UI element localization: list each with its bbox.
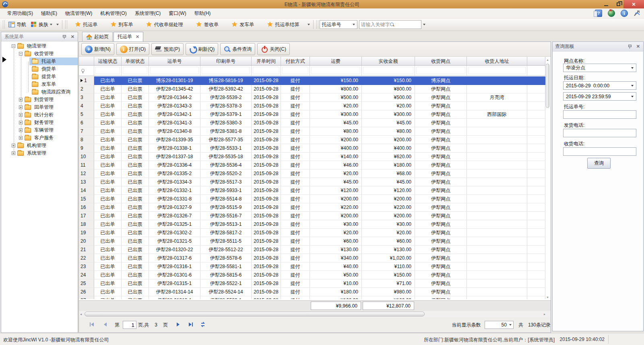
menu-item[interactable]: 帮助(H) — [190, 9, 215, 18]
table-row[interactable]: 19已出单已出票伊犁28-01302-2伊犁28-5817-22015-09-2… — [79, 229, 551, 237]
tree-item[interactable]: +财务管理 — [1, 119, 78, 126]
query-panel-close-icon[interactable]: ✕ — [636, 44, 640, 49]
table-row[interactable]: 4已出单已出票伊犁28-01343-3伊犁28-5378-32015-09-28… — [79, 102, 551, 110]
tab-close-icon[interactable]: ✕ — [136, 34, 139, 39]
expand-icon[interactable]: + — [19, 105, 23, 109]
tab-waybill[interactable]: 托运单 ✕ — [114, 32, 143, 41]
expand-icon[interactable]: + — [19, 98, 23, 101]
scroll-down-icon[interactable]: ▼ — [546, 295, 549, 300]
filter-cell[interactable] — [149, 66, 200, 76]
help-book-icon[interactable]: ? — [595, 10, 602, 17]
column-header[interactable]: 开单时间 — [252, 57, 281, 66]
table-row[interactable]: 25已出单已出票伊犁28-01315-1伊犁28-5522-12015-09-2… — [79, 279, 551, 288]
filter-editor[interactable] — [150, 67, 199, 74]
expand-icon[interactable]: + — [19, 113, 23, 117]
favorite-button[interactable]: ★托运单结算 — [260, 20, 305, 29]
table-row[interactable]: 23已出单已出票伊犁28-01316-1伊犁28-5581-12015-09-2… — [79, 262, 551, 271]
menu-item[interactable]: 辅助(E) — [37, 9, 61, 18]
table-row[interactable]: 12已出单已出票伊犁28-01335-2伊犁28-5520-22015-09-2… — [79, 169, 551, 178]
tree-item[interactable]: −物流管理 — [1, 42, 78, 50]
page-input[interactable] — [123, 321, 136, 329]
sender-phone-input[interactable] — [563, 129, 636, 137]
menu-item[interactable]: 物流管理(W) — [61, 9, 96, 18]
favorites-overflow-button[interactable] — [306, 20, 312, 29]
filter-cell[interactable] — [252, 66, 281, 76]
expand-icon[interactable]: + — [19, 128, 23, 132]
tree-item[interactable]: +回单管理 — [1, 103, 78, 111]
table-row[interactable]: 2已出单已出票伊犁28-01345-42伊犁28-5392-422015-09-… — [79, 85, 551, 93]
globe-icon[interactable] — [608, 10, 615, 17]
expand-icon[interactable]: + — [19, 136, 23, 140]
favorite-button[interactable]: ★发车单 — [225, 20, 260, 29]
table-row[interactable]: 3已出单已出票伊犁28-01344-2伊犁28-5539-22015-09-28… — [79, 93, 551, 102]
skin-button[interactable]: 换肤 — [29, 20, 55, 29]
date-to-select[interactable]: 2015-09-29 23:59:59 — [563, 92, 636, 101]
table-row[interactable]: 7已出单已出票伊犁28-01340-8伊犁28-5381-82015-09-28… — [79, 127, 551, 136]
table-row[interactable]: 22已出单已出票伊犁28-01317-6伊犁28-5578-62015-09-2… — [79, 254, 551, 262]
menu-item[interactable]: 窗口(W) — [165, 9, 190, 18]
table-row[interactable]: 11已出单已出票伊犁28-01336-4伊犁28-5536-42015-09-2… — [79, 161, 551, 169]
filter-editor[interactable] — [311, 67, 360, 74]
tree-item[interactable]: 提货单 — [1, 73, 78, 81]
vertical-scrollbar[interactable]: ▲ ▼ — [545, 58, 550, 300]
grid-filter-row[interactable] — [79, 66, 551, 76]
toolbar-grip3[interactable] — [316, 21, 318, 29]
filter-editor[interactable] — [253, 67, 279, 74]
scroll-up-icon[interactable]: ▲ — [546, 58, 549, 62]
prev-page-button[interactable] — [101, 322, 109, 328]
table-row[interactable]: 18已出单已出票伊犁28-01325-1伊犁28-5513-12015-09-2… — [79, 220, 551, 229]
tab-start-page[interactable]: 起始页 — [82, 32, 113, 41]
search-overflow-button[interactable] — [421, 20, 427, 29]
column-header[interactable]: 印刷单号 — [200, 57, 252, 66]
filter-cell[interactable] — [200, 66, 252, 76]
filter-editor[interactable] — [416, 67, 465, 74]
table-row[interactable]: 16已出单已出票伊犁28-01327-9伊犁28-5515-92015-09-2… — [79, 203, 551, 212]
scroll-right-icon[interactable]: ▸ — [544, 313, 547, 316]
table-row[interactable]: 24已出单已出票伊犁28-01301-6伊犁28-5815-62015-09-2… — [79, 271, 551, 279]
filter-editor[interactable] — [363, 67, 413, 74]
minimize-button[interactable] — [601, 0, 611, 8]
table-row[interactable]: 17已出单已出票伊犁28-01326-7伊犁28-5516-72015-09-2… — [79, 212, 551, 220]
filter-editor[interactable] — [123, 67, 147, 74]
new-button[interactable]: +新增(N) — [81, 43, 114, 55]
refresh-button[interactable]: 刷新(Q) — [186, 43, 218, 55]
waybill-input[interactable] — [563, 110, 636, 119]
filter-editor[interactable] — [468, 67, 526, 74]
filter-cell[interactable] — [94, 66, 122, 76]
column-header[interactable]: 运费 — [310, 57, 362, 66]
column-header[interactable]: 付款方式 — [281, 57, 310, 66]
tree-item[interactable]: +到货管理 — [1, 96, 78, 103]
wizard-icon[interactable] — [634, 10, 641, 17]
tree-item[interactable]: +机构管理 — [1, 142, 78, 149]
table-row[interactable]: 20已出单已出票伊犁28-01321-5伊犁28-5511-52015-09-2… — [79, 237, 551, 246]
receiver-phone-input[interactable] — [563, 147, 636, 156]
nav-button[interactable]: 导航 — [6, 20, 29, 29]
tree-item[interactable]: +系统管理 — [1, 149, 78, 157]
pin-icon[interactable] — [628, 44, 632, 49]
horizontal-scroll-thumb[interactable] — [85, 312, 425, 316]
info-icon[interactable]: i — [621, 10, 628, 17]
pager-refresh-icon[interactable] — [199, 322, 207, 328]
favorite-button[interactable]: ★到车单 — [104, 20, 139, 29]
favorite-button[interactable]: ★托运单 — [68, 20, 104, 29]
tree-item[interactable]: +车辆管理 — [1, 126, 78, 134]
expand-icon[interactable]: + — [19, 121, 23, 124]
filter-editor[interactable] — [202, 67, 250, 74]
field-selector-combo[interactable]: 托运单号 — [320, 20, 357, 29]
expand-icon[interactable]: + — [12, 151, 15, 155]
expand-icon[interactable]: + — [12, 144, 15, 147]
table-row[interactable]: 15已出单已出票伊犁28-01331-8伊犁28-5514-82015-09-2… — [79, 195, 551, 203]
toolbar-grip2[interactable] — [65, 21, 67, 29]
filter-editor[interactable] — [95, 67, 120, 74]
sidebar-close-icon[interactable]: ✕ — [71, 34, 74, 39]
table-row[interactable]: 14已出单已出票伊犁28-01332-1伊犁28-5933-12015-09-2… — [79, 186, 551, 195]
close-tab-button[interactable]: 关闭(C) — [257, 43, 290, 55]
column-header[interactable]: 单据状态 — [122, 57, 149, 66]
menu-item[interactable]: 常用功能(S) — [3, 9, 37, 18]
filter-cell[interactable] — [310, 66, 362, 76]
restore-button[interactable] — [613, 0, 623, 8]
column-header[interactable]: 运输状态 — [94, 57, 122, 66]
menu-item[interactable]: 机构管理(O) — [96, 9, 130, 18]
tree-item[interactable]: 托运单 — [1, 58, 78, 65]
collapse-icon[interactable]: − — [19, 52, 23, 56]
